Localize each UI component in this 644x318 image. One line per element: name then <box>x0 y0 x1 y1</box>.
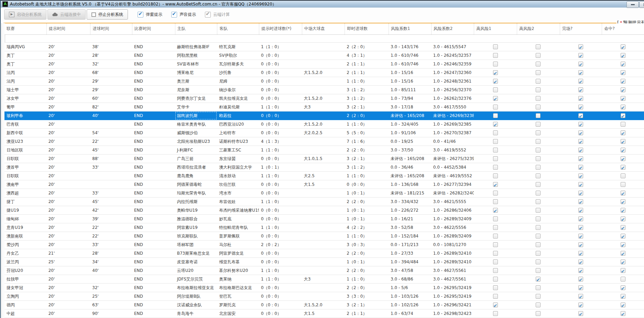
high_risk2-checkbox[interactable]: ✔ <box>536 251 541 256</box>
table-row[interactable]: 芬冠U2020'40'END云塔U20基尔科努米U201（1：0）2（2：0）3… <box>4 266 644 275</box>
column-header-away[interactable]: 客队 <box>217 23 259 34</box>
table-row[interactable]: 拉脱甲20'ENDJDFS艾尔贝茨奥莱纳1（1：0）大31（1：0）3.0 - … <box>4 275 644 284</box>
table-row[interactable]: 巴青联20'END格雷米奥青年队巴西亚法U200（0：0）大1.5,2.01（1… <box>4 120 644 129</box>
hit-checkbox[interactable]: ✔ <box>621 234 625 238</box>
high_risk1-checkbox[interactable]: ✔ <box>493 311 498 316</box>
high_risk2-checkbox[interactable]: ✔ <box>536 225 541 230</box>
finished-checkbox[interactable]: ✔ <box>578 251 583 256</box>
high_risk1-checkbox[interactable]: ✔ <box>493 173 498 178</box>
hit-checkbox[interactable]: ✔ <box>621 259 625 264</box>
high_risk1-checkbox[interactable]: ✔ <box>493 130 498 135</box>
table-row[interactable]: 缅甸杯20'39'END雅温德联合妙瓦底0（0：0）1（0：1）1.0 - 16… <box>4 215 644 223</box>
finished-checkbox[interactable]: ✔ <box>578 199 583 204</box>
table-row[interactable]: 澳新南联20'22'END班克斯联队普罗斯佩联0（0：0）1（1：0）1.0 -… <box>4 232 644 241</box>
hit-checkbox[interactable]: ✔ <box>621 96 625 101</box>
high_risk2-checkbox[interactable]: ✔ <box>536 165 541 170</box>
column-header-risk1[interactable]: 风险系数1 <box>389 23 431 34</box>
finished-checkbox[interactable]: ✔ <box>578 242 583 247</box>
high_risk2-checkbox[interactable]: ✔ <box>536 182 541 187</box>
high_risk2-checkbox[interactable]: ✔ <box>536 199 541 204</box>
table-row[interactable]: 捷U1920'42'END奥帕华U19布杰约维采迪纳摩U190（0：0）1（0：… <box>4 206 644 215</box>
finished-checkbox[interactable]: ✔ <box>578 165 583 170</box>
high_risk1-checkbox[interactable]: ✔ <box>493 53 498 58</box>
high_risk1-checkbox[interactable]: ✔ <box>493 79 498 84</box>
hit-checkbox[interactable]: ✔ <box>621 285 625 290</box>
high_risk1-checkbox[interactable]: ✔ <box>493 96 498 101</box>
high_risk2-checkbox[interactable]: ✔ <box>536 139 541 144</box>
table-row[interactable]: 波兰丙25'34'END皮亚塞奇诺维亚扎布基0（0：0）1（0：1）1.0 - … <box>4 258 644 266</box>
hit-checkbox[interactable]: ✔ <box>621 251 625 256</box>
table-row[interactable]: 中超20'90'END青岛海牛北京国安0（0：0）大1.52（1：1）1.0 -… <box>4 309 644 318</box>
high_risk1-checkbox[interactable]: ✔ <box>493 182 498 187</box>
start-analysis-button[interactable]: ▶ 启动分析系统 <box>4 9 46 20</box>
hit-checkbox[interactable]: ✔ <box>621 225 625 230</box>
hit-checkbox[interactable]: ✔ <box>621 311 625 316</box>
high_risk2-checkbox[interactable]: ✔ <box>536 96 541 101</box>
cloud-connect-button[interactable]: 云端连接中 <box>47 9 86 20</box>
hit-checkbox[interactable]: ✔ <box>621 182 625 187</box>
high_risk1-checkbox[interactable]: ✔ <box>493 225 498 230</box>
high_risk2-checkbox[interactable]: ✔ <box>536 113 541 118</box>
cloud-compute-checkbox[interactable]: ✔ <box>205 12 211 18</box>
high_risk2-checkbox[interactable]: ✔ <box>536 208 541 213</box>
column-header-home[interactable]: 主队 <box>175 23 217 34</box>
high_risk2-checkbox[interactable]: ✔ <box>536 44 541 49</box>
minimize-button[interactable] <box>626 1 639 8</box>
table-row[interactable]: 奥丁20'28'END阿勒黑里根SV伊勒尔0（0：0）4（3：1）1.0 - 6… <box>4 51 644 60</box>
high_risk1-checkbox[interactable]: ✔ <box>493 285 498 290</box>
high_risk2-checkbox[interactable]: ✔ <box>536 148 541 152</box>
hit-checkbox[interactable]: ✔ <box>621 105 625 109</box>
finished-checkbox[interactable]: ✔ <box>578 156 583 161</box>
high_risk2-checkbox[interactable]: ✔ <box>536 191 541 195</box>
high_risk1-checkbox[interactable]: ✔ <box>493 156 498 161</box>
maximize-button[interactable] <box>639 1 644 8</box>
finished-checkbox[interactable]: ✔ <box>578 259 583 264</box>
sound-alert-checkbox[interactable]: ✔ <box>171 12 177 18</box>
high_risk1-checkbox[interactable]: ✔ <box>493 165 498 170</box>
hit-checkbox[interactable]: ✔ <box>621 122 625 127</box>
high_risk2-checkbox[interactable]: ✔ <box>536 173 541 178</box>
finished-checkbox[interactable]: ✔ <box>578 225 583 230</box>
hit-checkbox[interactable]: ✔ <box>621 79 625 84</box>
high_risk1-checkbox[interactable]: ✔ <box>493 44 498 49</box>
high_risk1-checkbox[interactable]: ✔ <box>493 277 498 282</box>
hit-checkbox[interactable]: ✔ <box>621 139 625 144</box>
column-header-league[interactable]: 联赛 <box>4 23 46 34</box>
finished-checkbox[interactable]: ✔ <box>578 303 583 307</box>
table-row[interactable]: 新西中联20'54'END威斯顿沙伯上哈特市0（0：0）大2.0,2.55（5：… <box>4 129 644 137</box>
table-row[interactable]: 意青U1920'22'END阿雷素U19特拉帕尼青年队1（1：0）4（2：2）3… <box>4 223 644 232</box>
hit-checkbox[interactable]: ✔ <box>621 303 625 307</box>
column-header-risk2[interactable]: 风险系数2 <box>431 23 474 34</box>
high_risk2-checkbox[interactable]: ✔ <box>536 216 541 221</box>
table-row[interactable]: 日职联20'END鹿岛鹿角清水鼓动1（1：0）大2.51（1：0）未评估 - 1… <box>4 172 644 180</box>
finished-checkbox[interactable]: ✔ <box>578 122 583 127</box>
table-row[interactable]: 冰女甲20'60'END阿费查尔丁女足凯夫拉维克女足0（0：0）大1.5,2.0… <box>4 94 644 103</box>
column-header-hit[interactable]: 命中? <box>602 23 644 34</box>
finished-checkbox[interactable]: ✔ <box>578 311 583 316</box>
hit-checkbox[interactable]: ✔ <box>621 199 625 204</box>
table-row[interactable]: 瑞士甲20'29'END尼奈斯纳沙泰尔0（0：0）3（1：2）1.0 - 85/… <box>4 86 644 94</box>
high_risk2-checkbox[interactable]: ✔ <box>536 156 541 161</box>
column-header-high_risk2[interactable]: 高风险2 <box>517 23 560 34</box>
high_risk1-checkbox[interactable]: ✔ <box>493 208 498 213</box>
column-header-tip_goals[interactable]: 提示时进球数(*) <box>259 23 302 34</box>
high_risk1-checkbox[interactable]: ✔ <box>493 268 498 273</box>
high_risk1-checkbox[interactable]: ✔ <box>493 234 498 238</box>
high_risk1-checkbox[interactable]: ✔ <box>493 62 498 66</box>
hit-checkbox[interactable]: ✔ <box>621 87 625 92</box>
finished-checkbox[interactable]: ✔ <box>578 105 583 109</box>
high_risk2-checkbox[interactable]: ✔ <box>536 62 541 66</box>
table-row[interactable]: 捷丁20'45'END内拉托维斯布雷佐娃1（1：0）2（2：0）3.0 - 33… <box>4 198 644 206</box>
column-header-high_risk1[interactable]: 高风险1 <box>474 23 517 34</box>
high_risk2-checkbox[interactable]: ✔ <box>536 303 541 307</box>
finished-checkbox[interactable]: ✔ <box>578 148 583 152</box>
high_risk2-checkbox[interactable]: ✔ <box>536 70 541 75</box>
hit-checkbox[interactable]: ✔ <box>621 173 625 178</box>
high_risk2-checkbox[interactable]: ✔ <box>536 294 541 299</box>
high_risk1-checkbox[interactable]: ✔ <box>493 105 498 109</box>
high_risk1-checkbox[interactable]: ✔ <box>493 294 498 299</box>
high_risk1-checkbox[interactable]: ✔ <box>493 251 498 256</box>
hit-checkbox[interactable]: ✔ <box>621 53 625 58</box>
table-row[interactable]: 立陶丙20'25'END阿尔堤斯B队登巴瓦0（0：0）3（3：0）1.0 - 1… <box>4 292 644 301</box>
finished-checkbox[interactable]: ✔ <box>578 87 583 92</box>
